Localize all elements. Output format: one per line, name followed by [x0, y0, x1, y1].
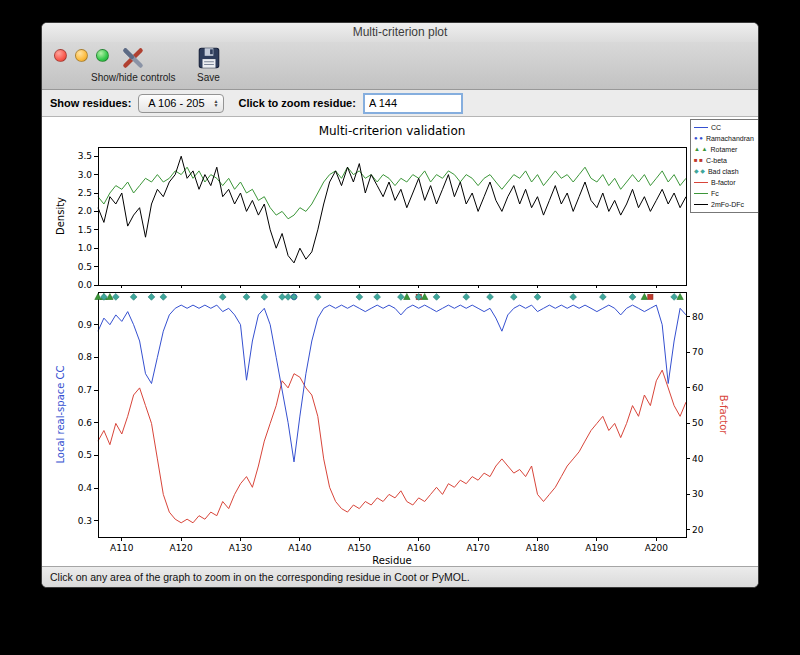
- legend-swatch-line: [694, 182, 708, 183]
- legend-swatch-line: [694, 127, 708, 128]
- svg-text:0.9: 0.9: [78, 320, 93, 330]
- svg-text:3.5: 3.5: [78, 151, 92, 161]
- tools-icon: [120, 45, 146, 71]
- legend-item: 2mFo-DFc: [694, 199, 758, 210]
- svg-text:0.4: 0.4: [78, 483, 93, 493]
- svg-text:A110: A110: [110, 543, 134, 553]
- legend-item: ◆ ◆Bad clash: [694, 166, 758, 177]
- save-label: Save: [197, 72, 220, 83]
- svg-text:A170: A170: [466, 543, 490, 553]
- zoom-residue-label: Click to zoom residue:: [239, 97, 356, 109]
- legend-label: Ramachandran: [706, 133, 754, 144]
- legend-label: B-factor: [711, 177, 736, 188]
- plot-legend: CC● ●Ramachandran▲ ▲Rotamer■ ■C-beta◆ ◆B…: [690, 119, 758, 213]
- legend-swatch-squares: ■ ■: [694, 155, 703, 166]
- svg-text:0.3: 0.3: [78, 516, 92, 526]
- legend-item: ▲ ▲Rotamer: [694, 144, 758, 155]
- svg-text:A140: A140: [288, 543, 312, 553]
- save-icon: [196, 45, 222, 71]
- svg-text:3.0: 3.0: [78, 170, 93, 180]
- svg-text:Residue: Residue: [372, 555, 411, 566]
- traffic-lights: [54, 49, 109, 62]
- svg-text:0.5: 0.5: [78, 450, 92, 460]
- legend-label: Bad clash: [708, 166, 739, 177]
- svg-text:B-factor: B-factor: [718, 395, 729, 436]
- zoom-window-button[interactable]: [96, 49, 109, 62]
- svg-text:0.6: 0.6: [78, 418, 93, 428]
- toolbar: Show/hide controls Save: [42, 42, 758, 90]
- svg-text:A130: A130: [229, 543, 253, 553]
- svg-text:0.5: 0.5: [78, 262, 92, 272]
- svg-text:2.0: 2.0: [78, 206, 93, 216]
- legend-label: CC: [711, 122, 721, 133]
- close-button[interactable]: [54, 49, 67, 62]
- figure-area: Multi-criterion validation0.00.51.01.52.…: [42, 117, 758, 566]
- save-button[interactable]: Save: [193, 45, 225, 83]
- legend-swatch-line: [694, 193, 708, 194]
- svg-text:1.5: 1.5: [78, 225, 92, 235]
- window-title: Multi-criterion plot: [353, 25, 448, 39]
- show-hide-controls-label: Show/hide controls: [91, 72, 176, 83]
- svg-text:A160: A160: [407, 543, 431, 553]
- minimize-button[interactable]: [75, 49, 88, 62]
- svg-text:A180: A180: [526, 543, 550, 553]
- legend-swatch-triangles: ▲ ▲: [694, 144, 708, 155]
- legend-label: C-beta: [706, 155, 727, 166]
- svg-text:0.7: 0.7: [78, 385, 92, 395]
- stepper-arrows-icon: ▲▼: [213, 99, 220, 107]
- legend-item: ● ●Ramachandran: [694, 133, 758, 144]
- svg-text:Local real-space CC: Local real-space CC: [55, 365, 66, 463]
- svg-text:50: 50: [692, 418, 704, 428]
- svg-text:A200: A200: [645, 543, 669, 553]
- legend-item: CC: [694, 122, 758, 133]
- status-bar: Click on any area of the graph to zoom i…: [42, 566, 758, 587]
- svg-text:1.0: 1.0: [78, 243, 93, 253]
- svg-text:0.8: 0.8: [78, 352, 93, 362]
- svg-text:60: 60: [692, 383, 704, 393]
- svg-text:70: 70: [692, 347, 704, 357]
- legend-item: B-factor: [694, 177, 758, 188]
- svg-text:A150: A150: [348, 543, 372, 553]
- legend-label: Rotamer: [711, 144, 738, 155]
- titlebar[interactable]: Multi-criterion plot: [42, 23, 758, 42]
- svg-text:80: 80: [692, 312, 704, 322]
- multi-criterion-plot-canvas[interactable]: Multi-criterion validation0.00.51.01.52.…: [42, 117, 758, 566]
- zoom-residue-input[interactable]: [363, 93, 463, 114]
- show-residues-label: Show residues:: [50, 97, 131, 109]
- show-residues-select[interactable]: A 106 - 205 ▲▼: [138, 94, 223, 113]
- show-residues-value: A 106 - 205: [148, 97, 204, 109]
- svg-text:A120: A120: [169, 543, 193, 553]
- legend-swatch-diamonds: ◆ ◆: [694, 166, 705, 177]
- legend-swatch-circles: ● ●: [694, 133, 703, 144]
- svg-text:0.0: 0.0: [78, 280, 93, 290]
- legend-item: ■ ■C-beta: [694, 155, 758, 166]
- svg-text:2.5: 2.5: [78, 188, 92, 198]
- svg-text:40: 40: [692, 454, 704, 464]
- controls-row: Show residues: A 106 - 205 ▲▼ Click to z…: [42, 90, 758, 117]
- svg-text:A190: A190: [585, 543, 609, 553]
- svg-text:20: 20: [692, 525, 704, 535]
- legend-label: Fc: [711, 188, 719, 199]
- svg-text:Density: Density: [55, 197, 66, 235]
- legend-swatch-line: [694, 204, 708, 205]
- svg-text:30: 30: [692, 489, 704, 499]
- legend-label: 2mFo-DFc: [711, 199, 744, 210]
- multi-criterion-plot-window: Multi-criterion plot Show/hide controls: [41, 22, 759, 588]
- status-text: Click on any area of the graph to zoom i…: [50, 571, 470, 583]
- svg-text:Multi-criterion validation: Multi-criterion validation: [319, 124, 466, 138]
- legend-item: Fc: [694, 188, 758, 199]
